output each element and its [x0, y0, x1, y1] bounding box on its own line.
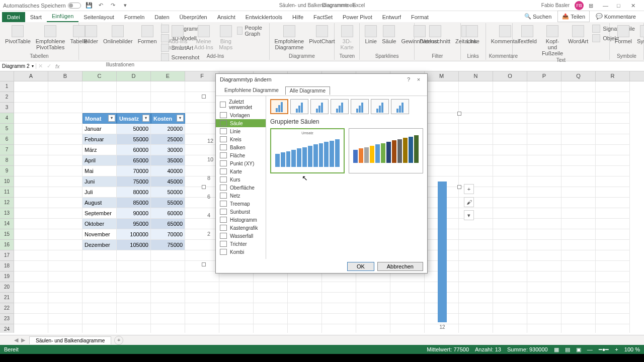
column-header[interactable]: C — [83, 71, 117, 81]
column-header[interactable]: E — [151, 71, 185, 81]
cell[interactable] — [356, 303, 390, 314]
dialog-help-icon[interactable]: ? — [407, 76, 410, 82]
cell[interactable] — [219, 303, 254, 314]
cell[interactable] — [185, 282, 219, 293]
cell[interactable]: 40000 — [151, 166, 185, 176]
cell[interactable]: 100000 — [117, 229, 151, 240]
chart-category-kastengrafik[interactable]: Kastengrafik — [216, 224, 266, 232]
cell[interactable] — [219, 324, 254, 333]
cell[interactable] — [48, 103, 83, 113]
tab-hilfe[interactable]: Hilfe — [287, 12, 308, 22]
cell[interactable] — [459, 92, 493, 103]
cell[interactable] — [356, 314, 390, 324]
cell[interactable] — [561, 250, 596, 261]
cell[interactable]: 70000 — [151, 229, 185, 240]
cell[interactable] — [493, 219, 527, 229]
cell[interactable]: November — [83, 229, 117, 240]
cell[interactable] — [322, 282, 356, 293]
cell[interactable] — [459, 155, 493, 166]
cell[interactable] — [596, 113, 630, 124]
cell[interactable]: Juni — [83, 176, 117, 187]
cell[interactable] — [185, 272, 219, 282]
add-sheet-icon[interactable]: + — [114, 336, 123, 345]
cell[interactable] — [14, 134, 48, 145]
cell[interactable] — [14, 314, 48, 324]
cell[interactable]: 90000 — [117, 208, 151, 219]
dialog-tab[interactable]: Alle Diagramme — [285, 86, 330, 95]
ribbon-formen[interactable]: Formen — [136, 24, 159, 45]
select-all-corner[interactable] — [0, 71, 14, 81]
zoom-out-icon[interactable]: — — [587, 346, 593, 352]
cell[interactable] — [151, 272, 185, 282]
cell[interactable] — [425, 113, 459, 124]
cell[interactable]: 65000 — [151, 219, 185, 229]
cell[interactable] — [48, 166, 83, 176]
cell[interactable] — [151, 314, 185, 324]
cell[interactable]: 45000 — [151, 176, 185, 187]
cell[interactable] — [48, 303, 83, 314]
cell[interactable]: 85000 — [117, 198, 151, 208]
cell[interactable] — [425, 166, 459, 176]
name-box[interactable]: Diagramm 2▾ — [0, 63, 36, 69]
cell[interactable] — [493, 166, 527, 176]
tab-entwicklertools[interactable]: Entwicklertools — [240, 12, 287, 22]
cell[interactable] — [117, 92, 151, 103]
chart-handle[interactable] — [202, 185, 206, 189]
cell[interactable] — [185, 166, 219, 176]
ribbon-add-ins-abrufen[interactable]: Add-Ins abrufen — [165, 24, 191, 51]
cell[interactable]: 55000 — [151, 198, 185, 208]
cell[interactable] — [288, 282, 322, 293]
cell[interactable] — [596, 229, 630, 240]
comments-button[interactable]: 💬 Kommentare — [592, 11, 640, 22]
cell[interactable] — [493, 208, 527, 219]
cell[interactable]: August — [83, 198, 117, 208]
cell[interactable] — [185, 250, 219, 261]
cell[interactable] — [493, 187, 527, 198]
row-header[interactable]: 10 — [0, 176, 14, 187]
cell[interactable] — [596, 240, 630, 250]
chart-subtype[interactable] — [351, 99, 369, 114]
cell[interactable] — [561, 81, 596, 92]
cell[interactable]: 35000 — [151, 155, 185, 166]
row-header[interactable]: 19 — [0, 272, 14, 282]
tab-daten[interactable]: Daten — [149, 12, 174, 22]
cell[interactable] — [48, 272, 83, 282]
cell[interactable] — [185, 134, 219, 145]
cell[interactable] — [596, 272, 630, 282]
zoom-slider[interactable]: ━●━ — [599, 346, 609, 353]
cell[interactable] — [493, 314, 527, 324]
cell[interactable] — [425, 103, 459, 113]
cell[interactable] — [48, 92, 83, 103]
chart-category-kombi[interactable]: Kombi — [216, 248, 266, 256]
tab-einfügen[interactable]: Einfügen — [47, 11, 78, 22]
cell[interactable] — [527, 314, 561, 324]
close-window-icon[interactable]: ✕ — [631, 3, 640, 9]
cell[interactable]: September — [83, 208, 117, 219]
cell[interactable] — [14, 240, 48, 250]
ribbon-people-graph[interactable]: People Graph — [236, 24, 266, 37]
column-header[interactable]: A — [14, 71, 48, 81]
cell[interactable] — [527, 81, 561, 92]
cell[interactable] — [322, 293, 356, 303]
cell[interactable] — [527, 134, 561, 145]
cell[interactable]: Oktober — [83, 219, 117, 229]
cell[interactable] — [219, 282, 254, 293]
cell[interactable] — [117, 282, 151, 293]
tab-file[interactable]: Datei — [2, 12, 25, 22]
ribbon-kopf--und-fu-zeile[interactable]: Kopf- und Fußzeile — [540, 24, 565, 57]
cell[interactable] — [185, 103, 219, 113]
cell[interactable] — [219, 314, 254, 324]
view-normal-icon[interactable]: ▦ — [554, 346, 559, 353]
chart-category-s-ule[interactable]: Säule — [216, 119, 266, 127]
chart-category-wasserfall[interactable]: Wasserfall — [216, 232, 266, 240]
cell[interactable] — [527, 293, 561, 303]
ribbon-symbol[interactable]: Symbol — [635, 24, 644, 45]
cell[interactable] — [527, 124, 561, 134]
chart-category-vorlagen[interactable]: Vorlagen — [216, 111, 266, 119]
cell[interactable] — [561, 219, 596, 229]
cell[interactable] — [83, 261, 117, 272]
cell[interactable] — [117, 272, 151, 282]
row-header[interactable]: 14 — [0, 219, 14, 229]
cell[interactable] — [254, 293, 288, 303]
cell[interactable] — [83, 324, 117, 333]
